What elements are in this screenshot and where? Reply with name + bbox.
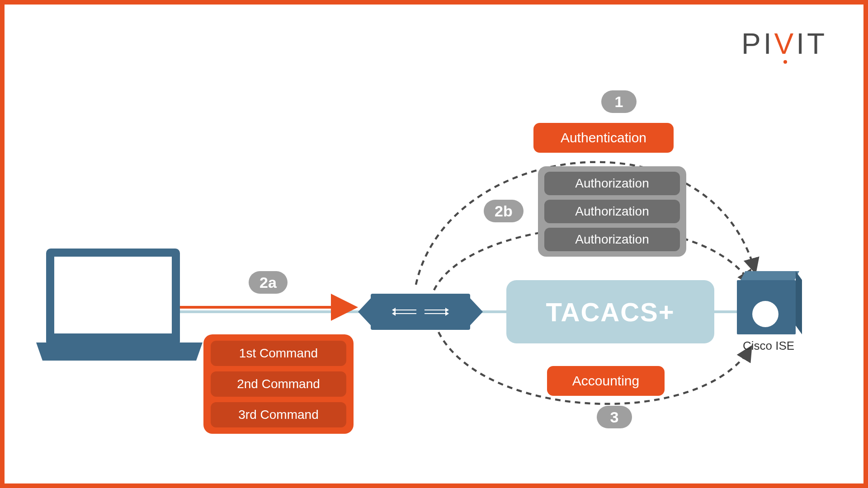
tacacs-label: TACACS+ bbox=[546, 297, 675, 327]
step-badge-2a: 2a bbox=[249, 271, 288, 294]
authentication-pill: Authentication bbox=[533, 123, 674, 153]
server-label: Cisco ISE bbox=[732, 339, 805, 353]
logo-dot-icon bbox=[783, 60, 787, 64]
step-badge-2b: 2b bbox=[484, 200, 524, 222]
laptop-base bbox=[36, 343, 203, 361]
tacacs-protocol-box: TACACS+ bbox=[506, 280, 714, 343]
authorization-pill: Authorization bbox=[544, 200, 680, 223]
server-circle-icon bbox=[752, 301, 778, 327]
logo-part1: PI bbox=[741, 28, 774, 60]
authentication-label: Authentication bbox=[561, 130, 646, 145]
authorization-pill: Authorization bbox=[544, 172, 680, 195]
commands-group: 1st Command 2nd Command 3rd Command bbox=[203, 334, 354, 434]
cisco-ise-server-icon: Cisco ISE bbox=[737, 280, 796, 348]
command-pill: 1st Command bbox=[211, 341, 346, 366]
connections-overlay bbox=[5, 5, 863, 483]
authorization-group: Authorization Authorization Authorizatio… bbox=[538, 166, 686, 257]
pivit-logo: PIVIT bbox=[741, 27, 827, 61]
diagram-canvas: PIVIT SW1 bbox=[5, 5, 863, 483]
switch-label: SW1 bbox=[371, 332, 470, 349]
logo-part2: IT bbox=[796, 28, 827, 60]
step-badge-1: 1 bbox=[601, 90, 637, 113]
accounting-label: Accounting bbox=[572, 373, 639, 388]
accounting-pill: Accounting bbox=[547, 366, 665, 396]
authorization-pill: Authorization bbox=[544, 228, 680, 251]
switch-arrows-icon bbox=[371, 294, 470, 330]
laptop-icon bbox=[41, 249, 185, 361]
logo-accent: V bbox=[774, 28, 796, 60]
step-badge-3: 3 bbox=[597, 406, 632, 428]
laptop-screen bbox=[46, 249, 180, 343]
command-pill: 3rd Command bbox=[211, 402, 346, 427]
network-switch-icon: SW1 bbox=[371, 294, 470, 330]
command-pill: 2nd Command bbox=[211, 371, 346, 397]
